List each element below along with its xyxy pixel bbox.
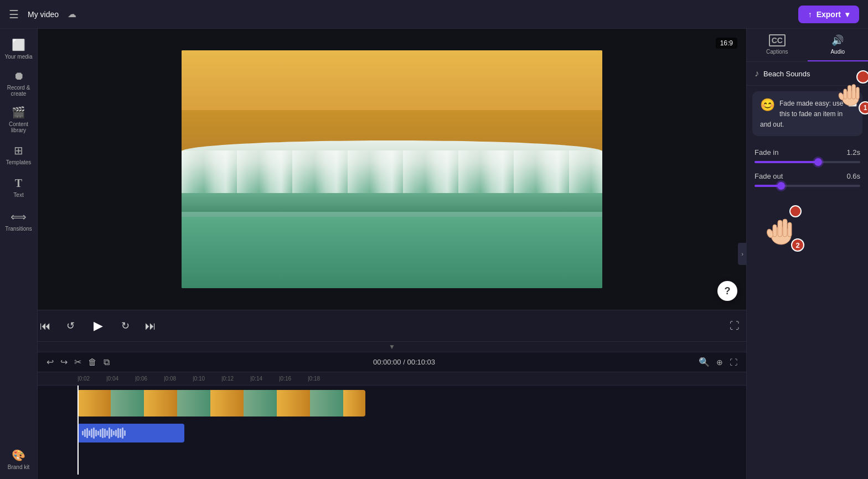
audio-icon: 🔊 [831, 34, 844, 46]
left-sidebar: ⬜ Your media ⏺ Record &create 🎬 Contentl… [0, 29, 38, 479]
panel-expand-button[interactable]: ▼ [389, 343, 395, 351]
svg-rect-4 [773, 225, 777, 237]
audio-header: ♪ Beach Sounds [747, 62, 868, 86]
audio-waveform [82, 428, 180, 439]
top-bar: ☰ My video ☁ ↑ Export ▾ [0, 0, 868, 29]
panel-collapse-button[interactable]: › [738, 243, 747, 265]
export-chevron-icon: ▾ [845, 10, 849, 19]
ruler-mark: |0:18 [308, 376, 337, 382]
sidebar-item-templates[interactable]: ⊞ Templates [2, 139, 35, 170]
transitions-icon: ⟺ [11, 210, 27, 223]
zoom-in-button[interactable]: ⊕ [716, 358, 723, 367]
video-clip[interactable] [78, 390, 365, 416]
video-track [78, 390, 746, 420]
music-note-icon: ♪ [755, 69, 759, 79]
record-icon: ⏺ [13, 70, 24, 82]
redo-button[interactable]: ↪ [60, 357, 68, 367]
video-preview [182, 50, 602, 288]
ruler-mark: |0:12 [221, 376, 250, 382]
fade-in-thumb[interactable] [814, 158, 822, 166]
timeline-time: 00:00:00 / 00:10:03 [116, 358, 692, 366]
main-content: ⬜ Your media ⏺ Record &create 🎬 Contentl… [0, 29, 868, 479]
fade-in-row: Fade in 1.2s [755, 148, 860, 163]
fade-out-slider[interactable] [755, 185, 860, 187]
timeline-fullscreen-button[interactable]: ⛶ [730, 358, 737, 367]
fade-out-label: Fade out [755, 172, 783, 180]
audio-track [78, 424, 746, 445]
play-button[interactable]: ▶ [88, 316, 108, 336]
audio-title: Beach Sounds [763, 70, 810, 78]
fade-out-label-row: Fade out 0.6s [755, 172, 860, 180]
timeline-section: ↩ ↪ ✂ 🗑 ⧉ 00:00:00 / 00:10:03 🔍 ⊕ ⛶ |0:0… [38, 352, 746, 479]
menu-icon[interactable]: ☰ [9, 8, 19, 21]
export-icon: ↑ [808, 10, 812, 19]
fade-out-value: 0.6s [846, 172, 860, 180]
cursor-badge-2: 2 [791, 238, 804, 252]
fullscreen-button[interactable]: ⛶ [730, 320, 740, 332]
skip-back-button[interactable]: ⏮ [38, 317, 53, 335]
tracks-body [78, 386, 746, 475]
your-media-icon: ⬜ [12, 38, 25, 51]
tooltip-close-button[interactable]: ✕ [848, 96, 857, 107]
sidebar-item-label: Text [13, 192, 23, 198]
replay-button[interactable]: ↺ [64, 317, 77, 334]
fade-section: Fade in 1.2s Fade out 0.6s [747, 142, 868, 202]
right-panel: › CC Captions 🔊 Audio ♪ Beach Sounds ✕ 😊… [746, 29, 868, 479]
timeline-playhead[interactable] [78, 386, 79, 475]
sidebar-item-label: Your media [4, 54, 32, 60]
ruler-mark: |0:06 [135, 376, 164, 382]
help-button[interactable]: ? [717, 281, 737, 301]
sidebar-item-record-create[interactable]: ⏺ Record &create [2, 66, 35, 100]
right-panel-tabs: CC Captions 🔊 Audio [747, 29, 868, 62]
center-area: 16:9 ? ⏮ ↺ ▶ ↻ ⏭ ⛶ ▼ ↩ ↪ ✂ 🗑 ⧉ [38, 29, 746, 479]
ruler-mark: |0:02 [78, 376, 106, 382]
undo-button[interactable]: ↩ [46, 357, 54, 367]
ruler-marks: |0:02 |0:04 |0:06 |0:08 |0:10 |0:12 |0:1… [78, 376, 337, 382]
tooltip-emoji: 😊 [760, 98, 775, 112]
text-icon: T [15, 177, 22, 190]
delete-button[interactable]: 🗑 [88, 357, 97, 367]
aspect-ratio-badge[interactable]: 16:9 [716, 38, 737, 49]
tab-audio-label: Audio [830, 49, 845, 55]
cut-button[interactable]: ✂ [74, 357, 81, 367]
ruler-mark: |0:16 [279, 376, 308, 382]
audio-clip[interactable] [78, 424, 184, 442]
cursor-hand-2: 2 [766, 208, 799, 249]
fade-in-slider[interactable] [755, 161, 860, 163]
track-labels [38, 386, 78, 475]
export-button[interactable]: ↑ Export ▾ [798, 6, 859, 23]
tab-audio[interactable]: 🔊 Audio [808, 29, 869, 61]
fade-in-label-row: Fade in 1.2s [755, 148, 860, 157]
timeline-ruler: |0:02 |0:04 |0:06 |0:08 |0:10 |0:12 |0:1… [38, 372, 746, 386]
fade-in-label: Fade in [755, 148, 778, 157]
sidebar-item-label: Contentlibrary [9, 121, 28, 133]
ruler-mark: |0:14 [250, 376, 279, 382]
total-time: 00:10:03 [407, 358, 435, 366]
svg-rect-2 [783, 219, 787, 237]
export-label: Export [817, 10, 841, 19]
ruler-mark: |0:08 [164, 376, 193, 382]
project-title[interactable]: My video [28, 10, 59, 19]
timeline-tracks [38, 386, 746, 475]
sidebar-item-label: Record &create [7, 85, 30, 97]
cloud-save-icon[interactable]: ☁ [68, 9, 76, 19]
brand-kit-icon: 🎨 [12, 449, 25, 462]
sidebar-item-brand-kit[interactable]: 🎨 Brand kit [2, 444, 35, 475]
zoom-out-button[interactable]: 🔍 [699, 357, 710, 367]
sidebar-item-text[interactable]: T Text [2, 172, 35, 203]
sidebar-item-label: Transitions [5, 226, 32, 232]
forward-button[interactable]: ↻ [119, 317, 132, 334]
fade-out-row: Fade out 0.6s [755, 172, 860, 187]
fade-in-value: 1.2s [846, 148, 860, 157]
captions-icon: CC [769, 34, 786, 46]
tab-captions[interactable]: CC Captions [747, 29, 808, 61]
ruler-mark: |0:10 [193, 376, 221, 382]
tab-captions-label: Captions [766, 49, 788, 55]
skip-forward-button[interactable]: ⏭ [143, 317, 158, 335]
sidebar-item-your-media[interactable]: ⬜ Your media [2, 33, 35, 64]
fade-out-thumb[interactable] [777, 182, 785, 190]
duplicate-button[interactable]: ⧉ [104, 357, 110, 367]
sidebar-item-transitions[interactable]: ⟺ Transitions [2, 205, 35, 236]
ruler-mark: |0:04 [106, 376, 135, 382]
sidebar-item-content-library[interactable]: 🎬 Contentlibrary [2, 102, 35, 137]
